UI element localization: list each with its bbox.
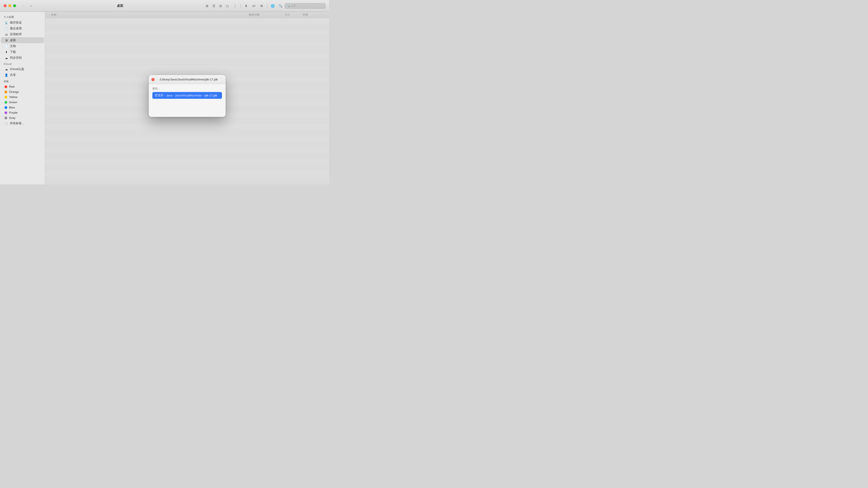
airdrop-icon: 📡 [4,21,8,24]
actions-group: ⚙ [258,3,265,9]
red-dot [4,86,7,88]
recents-icon: 🕐 [4,27,8,30]
search-box[interactable]: 🔍 搜索 [285,3,326,8]
sidebar-item-all-tags[interactable]: ◯ 所有标签… [1,121,44,126]
toolbar: ‹ › 桌面 ⊞ ☰ ⊟ ◻ ⋮ ⬆ 🏷 ⚙ 🌐 🔍 [0,0,329,12]
desktop-icon: 🖥 [4,38,8,42]
sidebar-item-label: Gray [9,116,16,120]
sidebar-item-orange[interactable]: Orange [1,89,44,94]
sidebar-item-downloads[interactable]: ⬇ 下载 [1,49,44,55]
sidebar-item-label: 共享 [10,73,16,77]
orange-dot [4,91,7,93]
dialog-close-button[interactable]: ✕ [151,78,155,81]
breadcrumb-sep-3: › [203,94,204,97]
sidebar-item-icloud-drive[interactable]: ☁ iCloud云盘 [1,66,44,72]
all-tags-icon: ◯ [4,122,8,125]
actions-button[interactable]: ⚙ [258,3,265,9]
apps-icon: 🗂 [4,33,8,36]
personal-section-label: 个人收藏 [0,13,45,20]
sidebar-item-label: 应用程序 [10,32,22,36]
tag-button[interactable]: 🏷 [251,3,257,9]
view-options-group: ⋮ [232,3,238,9]
content-area: 个人收藏 📡 隔空投送 🕐 最近使用 🗂 应用程序 🖥 桌面 📄 文稿 [0,12,329,184]
tags-section-label: 标签 [0,78,45,84]
icon-view-button[interactable]: ⊞ [204,3,210,9]
yellow-dot [4,96,7,98]
share-button[interactable]: ⬆ [243,3,249,9]
sidebar-item-label: 同步空间 [10,56,22,60]
window-title: 桌面 [39,4,201,8]
dialog-label: 前往： [152,87,222,91]
goto-dialog: ✕ /Library/Java/JavaVirtualMachines/jdk-… [149,75,225,117]
breadcrumb-item-2: Java [166,94,172,97]
sidebar-item-icloud-sync[interactable]: ☁ 同步空间 [1,55,44,61]
list-view-button[interactable]: ☰ [211,3,217,9]
sidebar-item-label: 所有标签… [10,121,25,125]
finder-window: ‹ › 桌面 ⊞ ☰ ⊟ ◻ ⋮ ⬆ 🏷 ⚙ 🌐 🔍 [0,0,329,184]
dialog-body: 前往： 资源库 › Java › JavaVirtualMachines › j… [149,84,225,117]
dialog-breadcrumb[interactable]: 资源库 › Java › JavaVirtualMachines › jdk-1… [152,92,222,99]
sidebar-item-gray[interactable]: Gray [1,115,44,121]
breadcrumb-item-1: 资源库 [155,93,163,97]
network-button[interactable]: 🌐 [270,3,276,9]
sidebar-item-purple[interactable]: Purple [1,110,44,115]
sidebar-item-label: 文稿 [10,44,16,48]
network-group: 🌐 [270,3,276,9]
breadcrumb-item-3: JavaVirtualMachines [175,94,202,97]
sidebar-item-recents[interactable]: 🕐 最近使用 [1,26,44,31]
main-content: ↑ 名称 修改日期 大小 种类 [45,12,329,184]
documents-icon: 📄 [4,44,8,48]
breadcrumb-sep-2: › [173,94,174,97]
search-placeholder: 搜索 [291,4,296,8]
sidebar-item-label: Red [9,85,14,88]
breadcrumb-sep-1: › [164,94,165,97]
sidebar-item-apps[interactable]: 🗂 应用程序 [1,31,44,37]
gray-dot [4,117,7,119]
purple-dot [4,111,7,114]
traffic-lights [4,4,16,7]
sidebar: 个人收藏 📡 隔空投送 🕐 最近使用 🗂 应用程序 🖥 桌面 📄 文稿 [0,12,45,184]
sidebar-item-red[interactable]: Red [1,84,44,89]
view-icons: ⊞ ☰ ⊟ ◻ [204,3,230,9]
sidebar-item-label: Blue [9,106,15,109]
downloads-icon: ⬇ [4,50,8,54]
sync-icon: ☁ [4,56,8,60]
breadcrumb-item-4: jdk-17.jdk [205,94,217,97]
sidebar-item-label: Green [9,101,17,104]
forward-button[interactable]: › [28,3,34,9]
icloud-icon: ☁ [4,67,8,71]
sidebar-item-airdrop[interactable]: 📡 隔空投送 [1,20,44,26]
green-dot [4,101,7,104]
dialog-title-bar: ✕ /Library/Java/JavaVirtualMachines/jdk-… [149,75,225,84]
nav-buttons: ‹ › [21,3,34,9]
sidebar-item-label: 隔空投送 [10,21,22,25]
separator2 [267,4,267,8]
sidebar-item-shared[interactable]: 👤 共享 [1,72,44,78]
dialog-path-title: /Library/Java/JavaVirtualMachines/jdk-17… [155,78,223,81]
shared-icon: 👤 [4,73,8,77]
maximize-button[interactable] [13,4,16,7]
search-button[interactable]: 🔍 [277,3,283,9]
sidebar-item-blue[interactable]: Blue [1,105,44,110]
minimize-button[interactable] [8,4,11,7]
gallery-view-button[interactable]: ◻ [224,3,230,9]
sidebar-item-yellow[interactable]: Yellow [1,94,44,100]
sidebar-item-desktop[interactable]: 🖥 桌面 [1,37,44,43]
back-button[interactable]: ‹ [21,3,27,9]
close-button[interactable] [4,4,6,7]
sidebar-item-label: 下载 [10,50,16,54]
toolbar-icons: ⊞ ☰ ⊟ ◻ ⋮ ⬆ 🏷 ⚙ 🌐 🔍 🔍 搜索 [204,3,326,9]
sidebar-item-label: iCloud云盘 [10,67,24,71]
sidebar-item-documents[interactable]: 📄 文稿 [1,43,44,49]
sidebar-item-label: Orange [9,90,19,94]
blue-dot [4,106,7,109]
sidebar-item-label: Yellow [9,95,18,99]
dialog-empty-area [152,99,222,112]
sidebar-item-label: 最近使用 [10,26,22,31]
view-options-button[interactable]: ⋮ [232,3,238,9]
sidebar-item-label: Purple [9,111,18,114]
icloud-section-label: iCloud [0,61,45,66]
sidebar-item-green[interactable]: Green [1,100,44,105]
column-view-button[interactable]: ⊟ [217,3,224,9]
sidebar-item-label: 桌面 [10,38,16,42]
